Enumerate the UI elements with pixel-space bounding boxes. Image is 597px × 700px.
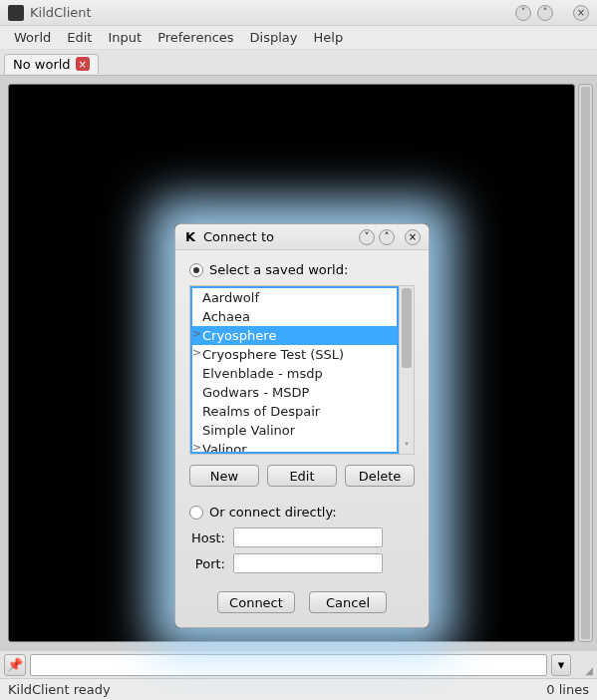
cancel-button[interactable]: Cancel	[309, 591, 387, 613]
menu-world[interactable]: World	[6, 28, 59, 47]
expander-icon[interactable]: >	[192, 346, 201, 359]
dialog-minimize-button[interactable]: ˅	[359, 229, 375, 245]
status-bar: KildClient ready 0 lines	[0, 678, 597, 700]
window-titlebar: KildClient ˅ ˄ ×	[0, 0, 597, 26]
history-dropdown-button[interactable]: ▾	[551, 654, 571, 676]
tab-no-world[interactable]: No world ×	[4, 54, 99, 74]
scrollbar-thumb[interactable]	[402, 288, 412, 368]
tab-label: No world	[13, 57, 71, 72]
list-item-label: Realms of Despair	[202, 404, 320, 419]
list-item-label: Elvenblade - msdp	[202, 366, 323, 381]
list-item-label: Valinor	[202, 442, 247, 454]
radio-connect-directly[interactable]	[189, 506, 203, 520]
menu-input[interactable]: Input	[100, 28, 149, 47]
menubar: World Edit Input Preferences Display Hel…	[0, 26, 597, 50]
status-message: KildClient ready	[8, 682, 111, 697]
world-list[interactable]: AardwolfAchaea>Cryosphere>Cryosphere Tes…	[190, 286, 399, 454]
list-item[interactable]: >Cryosphere Test (SSL)	[192, 345, 397, 364]
host-input[interactable]	[233, 527, 383, 547]
list-item-label: Cryosphere	[202, 328, 276, 343]
world-list-wrap: AardwolfAchaea>Cryosphere>Cryosphere Tes…	[189, 285, 415, 455]
list-item[interactable]: Achaea	[192, 307, 397, 326]
menu-edit[interactable]: Edit	[59, 28, 100, 47]
port-label: Port:	[189, 556, 225, 571]
menu-help[interactable]: Help	[306, 28, 352, 47]
close-window-button[interactable]: ×	[573, 5, 589, 21]
list-item[interactable]: Realms of Despair	[192, 402, 397, 421]
new-button[interactable]: New	[189, 465, 259, 487]
expander-icon[interactable]: >	[192, 327, 201, 340]
dialog-close-button[interactable]: ×	[405, 229, 421, 245]
edit-button[interactable]: Edit	[267, 465, 337, 487]
connect-dialog: K Connect to ˅ ˄ × Select a saved world:…	[174, 223, 430, 628]
status-lines: 0 lines	[546, 682, 589, 697]
dialog-title: Connect to	[203, 229, 355, 244]
window-title: KildClient	[30, 5, 509, 20]
command-input[interactable]	[30, 654, 547, 676]
terminal-scrollbar[interactable]	[578, 84, 593, 642]
radio-saved-label: Select a saved world:	[209, 262, 348, 277]
connect-button[interactable]: Connect	[217, 591, 295, 613]
tab-strip: No world ×	[0, 50, 597, 76]
radio-saved-world-row: Select a saved world:	[189, 262, 415, 277]
dialog-maximize-button[interactable]: ˄	[379, 229, 395, 245]
list-item[interactable]: Godwars - MSDP	[192, 383, 397, 402]
pin-button[interactable]: 📌	[4, 654, 26, 676]
list-item-label: Simple Valinor	[202, 423, 295, 438]
list-item-label: Cryosphere Test (SSL)	[202, 347, 344, 362]
dialog-app-icon: K	[183, 230, 197, 244]
host-label: Host:	[189, 530, 225, 545]
list-item[interactable]: Elvenblade - msdp	[192, 364, 397, 383]
minimize-button[interactable]: ˅	[515, 5, 531, 21]
list-item[interactable]: >Valinor	[192, 440, 397, 454]
radio-direct-row: Or connect directly:	[189, 505, 415, 520]
list-item[interactable]: >Cryosphere	[192, 326, 397, 345]
list-item[interactable]: Aardwolf	[192, 288, 397, 307]
radio-saved-world[interactable]	[189, 263, 203, 277]
input-bar: 📌 ▾ ◢	[0, 650, 597, 678]
pin-icon: 📌	[7, 657, 23, 672]
resize-grip-icon[interactable]: ◢	[575, 654, 593, 676]
menu-preferences[interactable]: Preferences	[149, 28, 241, 47]
delete-button[interactable]: Delete	[345, 465, 415, 487]
maximize-button[interactable]: ˄	[537, 5, 553, 21]
radio-direct-label: Or connect directly:	[209, 505, 337, 520]
content-area: K Connect to ˅ ˄ × Select a saved world:…	[0, 76, 597, 650]
port-input[interactable]	[233, 553, 383, 573]
list-item[interactable]: Simple Valinor	[192, 421, 397, 440]
list-item-label: Godwars - MSDP	[202, 385, 309, 400]
app-icon	[8, 5, 24, 21]
expander-icon[interactable]: >	[192, 441, 201, 454]
list-item-label: Aardwolf	[202, 290, 259, 305]
list-item-label: Achaea	[202, 309, 250, 324]
chevron-down-icon: ▾	[558, 657, 565, 672]
menu-display[interactable]: Display	[242, 28, 306, 47]
tab-close-icon[interactable]: ×	[76, 57, 90, 71]
dialog-titlebar: K Connect to ˅ ˄ ×	[175, 224, 429, 250]
world-list-scrollbar[interactable]: ˅	[399, 286, 414, 454]
scrollbar-down-icon[interactable]: ˅	[400, 440, 414, 454]
